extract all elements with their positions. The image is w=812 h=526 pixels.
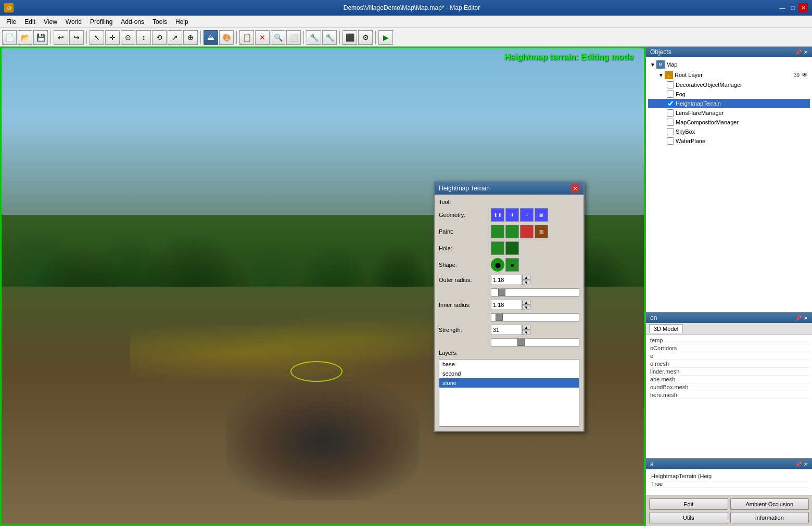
strength-input[interactable]	[491, 325, 522, 335]
sep6	[339, 31, 340, 44]
close-button[interactable]: ✕	[798, 3, 808, 12]
props-pin-icon[interactable]: 📌	[795, 315, 802, 321]
info-close-icon[interactable]: ✕	[804, 461, 808, 467]
decorative-checkbox[interactable]	[667, 81, 674, 88]
paint-btn-4[interactable]: ▥	[535, 225, 548, 238]
toolbar-delete[interactable]: ✕	[255, 30, 270, 45]
eye-icon[interactable]: 👁	[802, 71, 808, 79]
outer-radius-down[interactable]: ▼	[522, 280, 530, 285]
fog-checkbox[interactable]	[667, 91, 674, 98]
lensflare-checkbox[interactable]	[667, 109, 674, 117]
waterplane-checkbox[interactable]	[667, 137, 674, 145]
toolbar-tool1[interactable]: 🔧	[307, 30, 321, 45]
tree-item-map[interactable]: ▼ M Map	[648, 59, 810, 70]
inner-radius-down[interactable]: ▼	[522, 305, 530, 310]
props-tab-3dmodel[interactable]: 3D Model	[649, 324, 683, 333]
skybox-checkbox[interactable]	[667, 128, 674, 135]
toolbar-settings[interactable]: ⚙	[358, 30, 373, 45]
minimize-button[interactable]: —	[778, 3, 787, 12]
toolbar-copy[interactable]: 📋	[239, 30, 254, 45]
toolbar-tool2[interactable]: 🔧	[322, 30, 337, 45]
toolbar-new[interactable]: 📄	[2, 30, 17, 45]
toolbar-grid[interactable]: ⬛	[342, 30, 357, 45]
toolbar-transform[interactable]: ⟲	[152, 30, 167, 45]
paint-btn-2[interactable]	[505, 225, 519, 238]
information-button[interactable]: Information	[730, 512, 809, 523]
menu-view[interactable]: View	[40, 17, 61, 27]
tree-item-waterplane[interactable]: WaterPlane	[648, 136, 810, 146]
tree-item-lensflare[interactable]: LensFlareManager	[648, 108, 810, 118]
menu-tools[interactable]: Tools	[148, 17, 171, 27]
inner-radius-slider[interactable]	[491, 313, 579, 322]
strength-down[interactable]: ▼	[522, 330, 530, 335]
prop-mesh4-label: oundBox.mesh	[650, 384, 723, 390]
geo-btn-2[interactable]: ⬆	[505, 208, 519, 222]
paint-btn-1[interactable]	[491, 225, 504, 238]
toolbar-save[interactable]: 💾	[33, 30, 48, 45]
hole-btn-1[interactable]	[491, 241, 504, 255]
outer-radius-input[interactable]	[491, 275, 522, 285]
tree-item-decorative[interactable]: DecorativeObjectManager	[648, 80, 810, 89]
geo-btn-1[interactable]: ⬆⬆	[491, 208, 504, 222]
toolbar-zoom[interactable]: 🔍	[271, 30, 285, 45]
shape-btn-square[interactable]: ■	[505, 258, 519, 272]
toolbar-play[interactable]: ▶	[378, 30, 393, 45]
info-pin-icon[interactable]: 📌	[795, 461, 802, 467]
geo-btn-4[interactable]: ▦	[535, 208, 548, 222]
pin-icon[interactable]: 📌	[795, 49, 802, 55]
toolbar-rotate[interactable]: ⊙	[121, 30, 135, 45]
rootlayer-expand[interactable]: ▼	[658, 72, 665, 78]
strength-up[interactable]: ▲	[522, 325, 530, 330]
ambient-occlusion-button[interactable]: Ambient Occlusion	[730, 498, 809, 510]
toolbar-select[interactable]: ↖	[90, 30, 104, 45]
hole-btn-2[interactable]	[505, 241, 519, 255]
heightmap-checkbox[interactable]	[667, 100, 674, 107]
toolbar-paint[interactable]: 🎨	[219, 30, 234, 45]
tree-item-fog[interactable]: Fog	[648, 89, 810, 99]
toolbar-move[interactable]: ✛	[105, 30, 120, 45]
objects-close-icon[interactable]: ✕	[804, 49, 808, 55]
dialog-close-button[interactable]: ✕	[571, 184, 579, 193]
menu-profiling[interactable]: Profiling	[86, 17, 117, 27]
layers-list[interactable]: base second stone	[439, 359, 579, 427]
toolbar-open[interactable]: 📂	[18, 30, 32, 45]
menu-file[interactable]: File	[2, 17, 20, 27]
hole-tools	[491, 241, 519, 255]
strength-slider[interactable]	[491, 338, 579, 347]
toolbar-undo[interactable]: ↩	[54, 30, 68, 45]
right-panel: Objects 📌 ✕ ▼ M Map ▼ L Root La	[645, 47, 812, 526]
toolbar-snap[interactable]: ⊕	[183, 30, 198, 45]
inner-radius-input[interactable]	[491, 300, 522, 310]
props-close-icon[interactable]: ✕	[804, 315, 808, 321]
utils-button[interactable]: Utils	[649, 512, 728, 523]
menu-help[interactable]: Help	[171, 17, 193, 27]
paint-btn-3[interactable]	[520, 225, 534, 238]
tree-item-skybox[interactable]: SkyBox	[648, 127, 810, 136]
objects-list[interactable]: ▼ M Map ▼ L Root Layer 39 👁 Deco	[646, 57, 812, 312]
toolbar-redo[interactable]: ↪	[69, 30, 84, 45]
layer-stone[interactable]: stone	[439, 378, 579, 388]
layer-second[interactable]: second	[439, 369, 579, 378]
outer-radius-up[interactable]: ▲	[522, 275, 530, 280]
viewport[interactable]: Heightmap terrain: Editing mode Heightma…	[0, 47, 645, 526]
tree-item-rootlayer[interactable]: ▼ L Root Layer 39 👁	[648, 70, 810, 80]
geo-btn-3[interactable]: ↔	[520, 208, 534, 222]
tree-item-heightmap[interactable]: HeightmapTerrain	[648, 99, 810, 108]
layer-base[interactable]: base	[439, 360, 579, 369]
toolbar-scale[interactable]: ↕	[136, 30, 151, 45]
tree-item-mapcompositor[interactable]: MapCompositorManager	[648, 118, 810, 127]
menu-edit[interactable]: Edit	[20, 17, 40, 27]
maximize-button[interactable]: □	[788, 3, 797, 12]
dialog-title-bar[interactable]: Heightmap Terrain ✕	[435, 182, 583, 195]
inner-radius-up[interactable]: ▲	[522, 300, 530, 305]
mapcompositor-checkbox[interactable]	[667, 119, 674, 126]
shape-btn-circle[interactable]: ⬤	[491, 258, 504, 272]
menu-addons[interactable]: Add-ons	[117, 17, 148, 27]
toolbar-frame[interactable]: ⬜	[286, 30, 301, 45]
outer-radius-slider[interactable]	[491, 288, 579, 297]
edit-button[interactable]: Edit	[649, 498, 728, 510]
toolbar-terrain[interactable]: ⛰	[204, 30, 218, 45]
menu-world[interactable]: World	[61, 17, 86, 27]
toolbar-link[interactable]: ↗	[168, 30, 182, 45]
map-expand[interactable]: ▼	[650, 62, 656, 68]
